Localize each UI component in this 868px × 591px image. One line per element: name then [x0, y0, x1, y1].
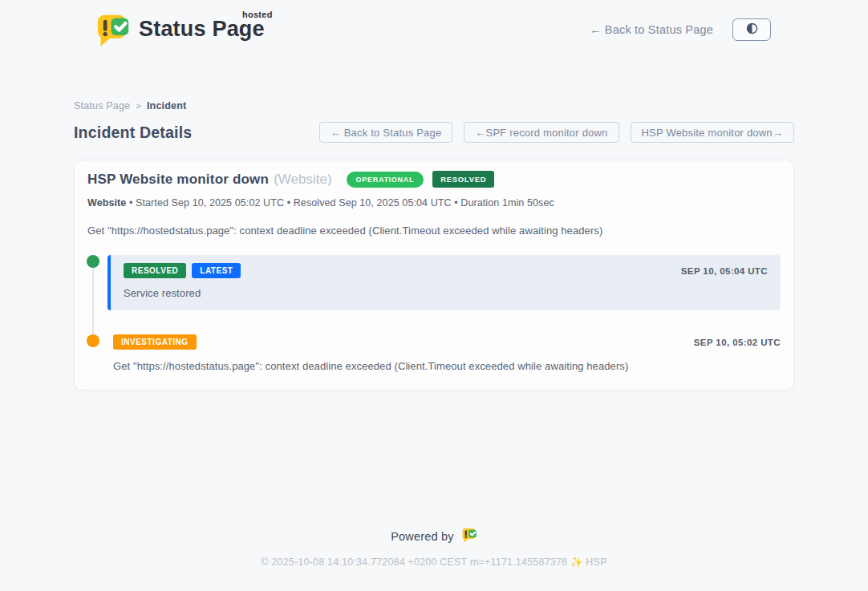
back-to-status-page-button[interactable]: ← Back to Status Page: [319, 122, 453, 143]
timeline-latest-badge: LATEST: [192, 263, 241, 278]
incident-title: HSP Website monitor down: [87, 172, 269, 188]
timeline-message: Service restored: [124, 287, 768, 299]
incident-description: Get "https://hostedstatus.page": context…: [87, 225, 781, 237]
header: Status Page hosted ← Back to Status Page: [74, 0, 794, 47]
timeline-entry-investigating: INVESTIGATING SEP 10, 05:02 UTC Get "htt…: [113, 334, 781, 372]
breadcrumb-separator: >: [136, 101, 141, 111]
breadcrumb-root[interactable]: Status Page: [74, 100, 130, 111]
timeline-timestamp: SEP 10, 05:04 UTC: [681, 266, 768, 276]
brand-name: Status Page: [139, 17, 265, 41]
copyright-text: © 2025-10-08 14:10:34.772084 +0200 CEST …: [0, 556, 868, 568]
timeline-investigating-badge: INVESTIGATING: [113, 334, 197, 350]
operational-status-badge: OPERATIONAL: [347, 172, 424, 188]
next-incident-button[interactable]: HSP Website monitor down→: [631, 122, 794, 143]
header-back-link[interactable]: ← Back to Status Page: [590, 23, 713, 36]
statuspage-logo[interactable]: Status Page hosted: [95, 11, 270, 47]
timeline-dot-investigating: [87, 334, 99, 347]
incident-meta-component: Website: [87, 197, 126, 208]
page-title: Incident Details: [74, 123, 192, 142]
statuspage-logo-icon: [95, 11, 131, 47]
prev-incident-button[interactable]: ←SPF record monitor down: [464, 122, 619, 143]
contrast-icon: [745, 22, 759, 38]
breadcrumb: Status Page>Incident: [74, 100, 794, 111]
incident-meta: Website • Started Sep 10, 2025 05:02 UTC…: [87, 197, 781, 208]
brand-superscript: hosted: [242, 10, 273, 19]
incident-component: (Website): [274, 172, 331, 188]
timeline-dot-resolved: [87, 255, 99, 268]
incident-meta-details: • Started Sep 10, 2025 05:02 UTC • Resol…: [126, 197, 554, 208]
incident-timeline: RESOLVED LATEST SEP 10, 05:04 UTC Servic…: [87, 255, 781, 372]
timeline-message: Get "https://hostedstatus.page": context…: [113, 360, 781, 372]
footer: Powered by © 2025-10-08 14:10:34.772084 …: [0, 527, 868, 568]
theme-toggle-button[interactable]: [732, 18, 771, 41]
powered-by-logo-icon[interactable]: [461, 527, 477, 545]
breadcrumb-current: Incident: [147, 100, 187, 111]
timeline-resolved-badge: RESOLVED: [124, 263, 186, 278]
incident-nav: ← Back to Status Page ←SPF record monito…: [319, 122, 794, 143]
timeline-timestamp: SEP 10, 05:02 UTC: [694, 338, 781, 347]
powered-by-label: Powered by: [391, 530, 454, 543]
incident-card: HSP Website monitor down (Website) OPERA…: [74, 160, 794, 391]
timeline-entry-latest: RESOLVED LATEST SEP 10, 05:04 UTC Servic…: [107, 255, 781, 310]
resolved-status-badge: RESOLVED: [432, 171, 494, 188]
timeline-connector-line: [92, 268, 94, 341]
